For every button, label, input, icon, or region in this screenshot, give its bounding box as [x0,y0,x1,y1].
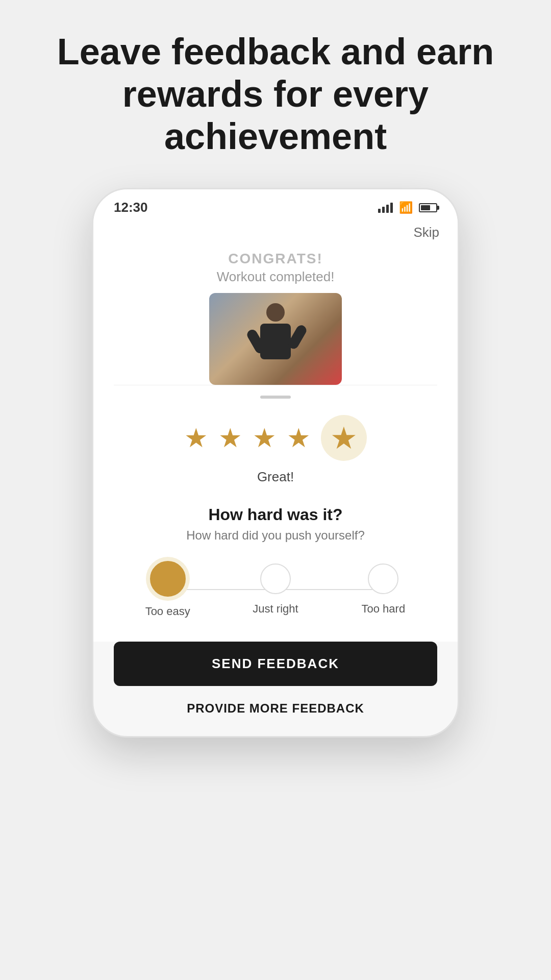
section-divider [93,385,458,391]
too-hard-circle[interactable] [368,564,398,594]
too-easy-label: Too easy [145,605,190,618]
signal-icon [378,203,393,213]
send-feedback-button[interactable]: SEND FEEDBACK [114,642,437,686]
congrats-subtitle: Workout completed! [114,269,437,285]
workout-image [209,293,342,385]
star-1[interactable]: ★ [184,423,208,453]
difficulty-option-just-right[interactable]: Just right [221,564,329,616]
page-headline: Leave feedback and earn rewards for ever… [46,31,505,157]
skip-row: Skip [93,220,458,240]
congrats-title: CONGRATS! [114,251,437,267]
workout-image-container [93,285,458,385]
difficulty-option-too-hard[interactable]: Too hard [330,564,437,616]
too-hard-label: Too hard [362,602,406,616]
difficulty-selector[interactable]: Too easy Just right Too hard [114,561,437,618]
wifi-icon: 📶 [399,201,413,214]
how-hard-title: How hard was it? [114,505,437,524]
just-right-circle[interactable] [260,564,291,594]
status-icons: 📶 [378,201,437,214]
how-hard-section: How hard was it? How hard did you push y… [93,495,458,642]
star-3[interactable]: ★ [253,423,277,453]
rating-section: ★ ★ ★ ★ ★ Great! [93,405,458,495]
stars-row[interactable]: ★ ★ ★ ★ ★ [184,415,367,461]
just-right-label: Just right [253,602,298,616]
difficulty-option-too-easy[interactable]: Too easy [114,561,221,618]
star-4[interactable]: ★ [287,423,311,453]
status-time: 12:30 [114,200,148,215]
how-hard-subtitle: How hard did you push yourself? [114,528,437,543]
congrats-section: CONGRATS! Workout completed! [93,240,458,285]
scroll-indicator [93,391,458,405]
phone-mockup: 12:30 📶 Skip CONGRATS! Workout completed… [92,188,459,738]
star-5[interactable]: ★ [321,415,367,461]
provide-more-feedback-button[interactable]: PROVIDE MORE FEEDBACK [93,696,458,736]
too-easy-circle[interactable] [150,561,186,597]
status-bar: 12:30 📶 [93,189,458,220]
star-2[interactable]: ★ [218,423,242,453]
rating-label: Great! [257,469,294,485]
skip-button[interactable]: Skip [413,225,439,240]
battery-icon [419,203,437,212]
